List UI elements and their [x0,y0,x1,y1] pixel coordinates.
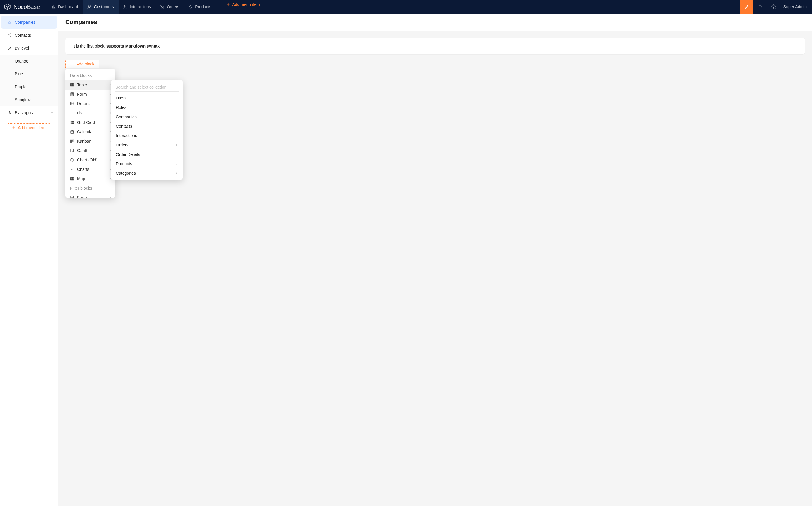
list-icon [70,111,74,115]
user-menu[interactable]: Super Admin [780,4,812,9]
menu-item-kanban[interactable]: Kanban [66,137,115,146]
collection-item-roles[interactable]: Roles [111,103,183,112]
collection-item-companies[interactable]: Companies [111,112,183,121]
menu-item-charts[interactable]: Charts [66,165,115,174]
sidebar-item-label: By level [15,46,29,51]
menu-item-label: Charts [77,167,89,172]
topnav-label: Interactions [130,4,151,9]
menu-item-label: Gantt [77,148,87,153]
collection-item-categories[interactable]: Categories [111,168,183,178]
sidebar-add-menu-button[interactable]: Add menu item [8,123,50,132]
topnav-item-customers[interactable]: Customers [83,0,118,13]
page-header: Companies [59,13,812,31]
settings-button[interactable] [767,0,780,13]
collection-item-interactions[interactable]: Interactions [111,131,183,140]
sidebar-item-by-level[interactable]: By level [0,42,58,55]
menu-item-filter-form[interactable]: Form [66,193,115,197]
sidebar-item-contacts[interactable]: Contacts [0,29,58,42]
menu-item-calendar[interactable]: Calendar [66,127,115,137]
collection-search-input[interactable] [115,83,179,92]
user-name: Super Admin [783,4,807,9]
menu-item-table[interactable]: Table [66,80,115,89]
menu-item-label: Form [77,92,87,97]
table-icon [70,177,74,181]
menu-item-list[interactable]: List [66,108,115,118]
svg-point-0 [88,5,90,7]
svg-rect-13 [71,83,74,86]
collection-item-contacts[interactable]: Contacts [111,121,183,131]
svg-rect-8 [8,23,9,24]
sidebar-sub-pruple[interactable]: Pruple [0,80,58,93]
markdown-text-prefix: It is the first block, [73,44,106,49]
markdown-text-suffix: . [160,44,161,49]
collection-item-products[interactable]: Products [111,159,183,168]
menu-item-label: Grid Card [77,120,95,125]
collection-item-users[interactable]: Users [111,93,183,103]
collection-item-label: Products [116,161,132,166]
topnav-add-menu-button[interactable]: Add menu item [221,0,266,9]
topnav-item-dashboard[interactable]: Dashboard [47,0,83,13]
topnav-item-orders[interactable]: Orders [156,0,184,13]
logo-text: NocoBase [13,4,40,10]
highlighter-icon [744,4,749,9]
collection-item-label: Categories [116,171,136,175]
page-title: Companies [66,19,805,25]
line-chart-icon [70,167,74,171]
grid-icon [8,20,12,24]
plugins-button[interactable] [753,0,767,13]
calendar-icon [70,130,74,134]
collection-item-label: Interactions [116,133,137,138]
add-block-menu-wrap: Data blocks Table Form Details [66,69,183,197]
svg-point-1 [124,5,125,7]
menu-item-form[interactable]: Form [66,89,115,99]
plus-icon [71,62,74,66]
pie-chart-icon [70,158,74,162]
chevron-right-icon [175,144,178,147]
topnav-add-menu-label: Add menu item [232,2,260,7]
sidebar-item-label: Companies [15,20,35,25]
svg-point-12 [9,111,11,113]
menu-item-label: Map [77,176,85,181]
sidebar-sub-blue[interactable]: Blue [0,68,58,80]
gantt-icon [70,149,74,153]
users-icon [8,33,12,37]
menu-item-chart-old[interactable]: Chart (Old) [66,155,115,165]
users-icon [87,5,92,9]
svg-rect-16 [71,131,73,133]
add-block-menu: Data blocks Table Form Details [66,69,115,197]
menu-item-label: Table [77,82,87,87]
topnav-item-interactions[interactable]: Interactions [118,0,156,13]
sidebar-add-menu-label: Add menu item [18,125,45,130]
menu-section-data-blocks: Data blocks [66,71,115,80]
sidebar-item-by-stagus[interactable]: By stagus [0,106,58,119]
user-icon [8,111,12,115]
design-mode-button[interactable] [740,0,753,13]
menu-item-label: Form [77,195,87,197]
topnav-label: Customers [94,4,114,9]
sidebar-sub-label: Orange [15,59,28,63]
svg-point-2 [162,8,162,8]
add-block-button[interactable]: Add block [66,60,99,68]
svg-point-3 [163,8,164,8]
collection-item-label: Users [116,96,127,100]
sidebar-item-companies[interactable]: Companies [1,16,57,29]
menu-item-details[interactable]: Details [66,99,115,108]
collection-submenu: Users Roles Companies Contacts Interacti… [111,80,183,180]
collection-item-order-details[interactable]: Order Details [111,150,183,159]
collection-item-orders[interactable]: Orders [111,140,183,150]
sidebar-sub-orange[interactable]: Orange [0,55,58,68]
menu-item-label: Details [77,101,90,106]
sidebar-sub-label: Sunglow [15,97,30,102]
chevron-right-icon [175,172,178,175]
svg-rect-22 [71,177,74,180]
collection-item-label: Companies [116,114,137,119]
logo[interactable]: NocoBase [4,3,47,11]
menu-item-map[interactable]: Map [66,174,115,183]
menu-item-grid-card[interactable]: Grid Card [66,118,115,127]
page-body: It is the first block, supports Markdown… [59,31,812,75]
svg-rect-15 [71,102,74,105]
sidebar-sub-sunglow[interactable]: Sunglow [0,93,58,106]
topnav-item-products[interactable]: Products [184,0,216,13]
chevron-up-icon [50,46,54,50]
menu-item-gantt[interactable]: Gantt [66,146,115,155]
